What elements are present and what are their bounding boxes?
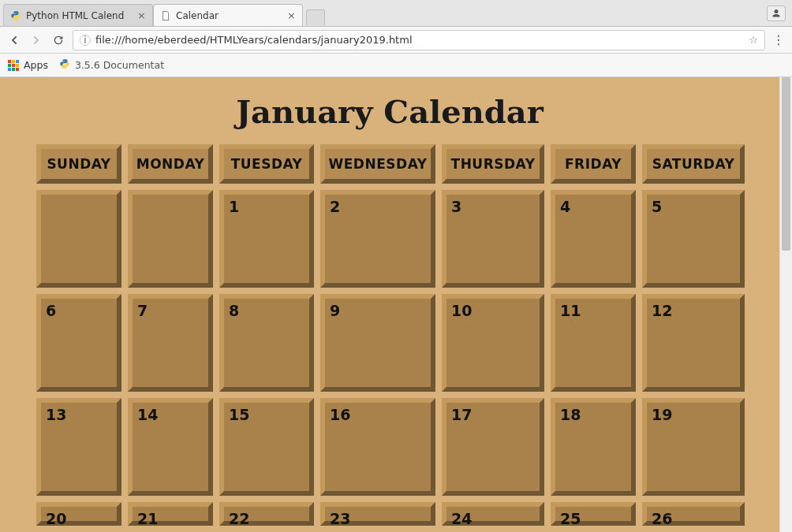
python-icon	[59, 58, 70, 72]
calendar-cell: 25	[551, 502, 636, 526]
url-text: file:///home/eberdeed/HTMLYears/calendar…	[95, 34, 744, 46]
tab-python-html-calendar[interactable]: Python HTML Calend ×	[3, 4, 153, 26]
day-header: SUNDAY	[36, 144, 121, 184]
site-info-icon[interactable]: i	[80, 35, 91, 46]
calendar-cell: 6	[36, 294, 121, 392]
address-bar[interactable]: i file:///home/eberdeed/HTMLYears/calend…	[73, 30, 765, 50]
day-header: TUESDAY	[219, 144, 314, 184]
reload-icon	[52, 34, 65, 47]
calendar-cell	[36, 190, 121, 288]
bookmarks-bar: Apps 3.5.6 Documentat	[0, 54, 792, 77]
calendar-cell: 18	[551, 398, 636, 496]
tab-title: Python HTML Calend	[26, 10, 133, 21]
viewport: January Calendar SUNDAYMONDAYTUESDAYWEDN…	[0, 77, 792, 532]
close-icon[interactable]: ×	[287, 9, 296, 21]
calendar-grid: SUNDAYMONDAYTUESDAYWEDNESDAYTHURSDAYFRID…	[36, 144, 743, 526]
calendar-cell: 14	[128, 398, 213, 496]
calendar-cell: 11	[551, 294, 636, 392]
browser-menu-button[interactable]: ⋮	[771, 32, 786, 47]
tab-strip: Python HTML Calend × Calendar ×	[0, 0, 792, 27]
apps-button[interactable]: Apps	[8, 59, 48, 71]
day-header: WEDNESDAY	[320, 144, 435, 184]
arrow-left-icon	[8, 34, 21, 47]
page-icon	[160, 10, 171, 21]
calendar-cell: 15	[219, 398, 314, 496]
calendar-cell: 17	[442, 398, 544, 496]
day-header: SATURDAY	[642, 144, 745, 184]
reload-button[interactable]	[50, 32, 66, 48]
calendar-cell: 13	[36, 398, 121, 496]
calendar-cell: 8	[219, 294, 314, 392]
back-button[interactable]	[6, 32, 22, 48]
day-header: MONDAY	[128, 144, 213, 184]
calendar-cell: 5	[642, 190, 745, 288]
day-header: FRIDAY	[551, 144, 636, 184]
tab-title: Calendar	[176, 10, 282, 21]
vertical-scrollbar[interactable]	[779, 77, 792, 532]
day-header: THURSDAY	[442, 144, 544, 184]
bookmark-label: 3.5.6 Documentat	[75, 59, 164, 71]
calendar-cell: 26	[642, 502, 745, 526]
bookmark-star-icon[interactable]: ☆	[749, 34, 758, 46]
tab-calendar[interactable]: Calendar ×	[153, 4, 303, 26]
calendar-cell: 3	[442, 190, 544, 288]
python-icon	[10, 10, 21, 21]
calendar-cell: 20	[36, 502, 121, 526]
apps-label: Apps	[24, 59, 48, 71]
calendar-cell: 16	[320, 398, 435, 496]
bookmark-python-docs[interactable]: 3.5.6 Documentat	[59, 58, 164, 72]
calendar-cell: 9	[320, 294, 435, 392]
calendar-cell: 12	[642, 294, 745, 392]
calendar-cell: 1	[219, 190, 314, 288]
calendar-cell: 4	[551, 190, 636, 288]
calendar-cell: 2	[320, 190, 435, 288]
apps-icon	[8, 60, 19, 71]
calendar-cell	[128, 190, 213, 288]
user-icon	[771, 9, 781, 18]
calendar-cell: 7	[128, 294, 213, 392]
calendar-cell: 10	[442, 294, 544, 392]
arrow-right-icon	[30, 34, 43, 47]
calendar-cell: 21	[128, 502, 213, 526]
calendar-cell: 19	[642, 398, 745, 496]
scrollbar-thumb[interactable]	[782, 77, 790, 251]
page-title: January Calendar	[0, 93, 779, 130]
close-icon[interactable]: ×	[137, 9, 146, 21]
calendar-cell: 22	[219, 502, 314, 526]
calendar-cell: 23	[320, 502, 435, 526]
new-tab-button[interactable]	[306, 9, 325, 25]
browser-window: Python HTML Calend × Calendar × i file:/…	[0, 0, 792, 532]
user-menu-button[interactable]	[767, 6, 786, 21]
calendar-cell: 24	[442, 502, 544, 526]
forward-button[interactable]	[28, 32, 44, 48]
calendar-page: January Calendar SUNDAYMONDAYTUESDAYWEDN…	[0, 77, 779, 532]
toolbar: i file:///home/eberdeed/HTMLYears/calend…	[0, 27, 792, 54]
